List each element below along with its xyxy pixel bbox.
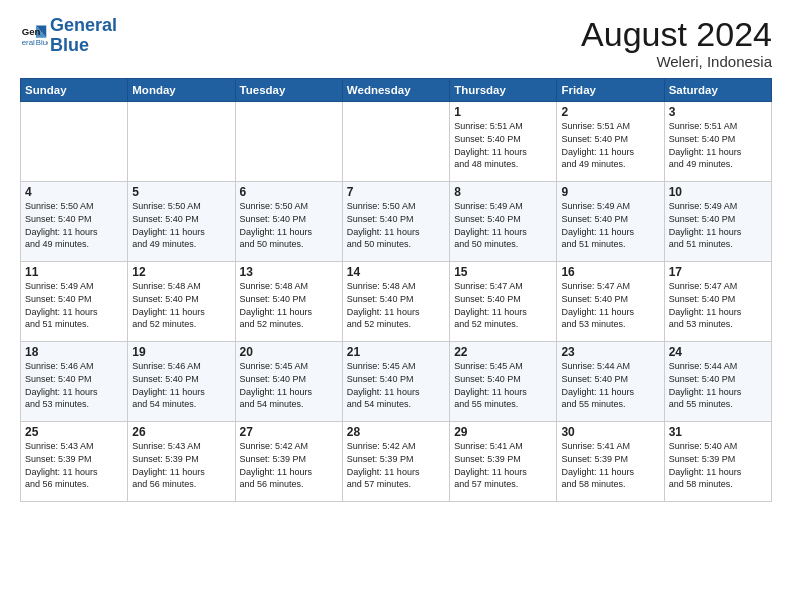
title-block: August 2024 Weleri, Indonesia <box>581 16 772 70</box>
day-cell: 6Sunrise: 5:50 AM Sunset: 5:40 PM Daylig… <box>235 182 342 262</box>
day-info: Sunrise: 5:42 AM Sunset: 5:39 PM Dayligh… <box>347 440 445 490</box>
subtitle: Weleri, Indonesia <box>581 53 772 70</box>
day-number: 22 <box>454 345 552 359</box>
main-title: August 2024 <box>581 16 772 53</box>
week-row-3: 18Sunrise: 5:46 AM Sunset: 5:40 PM Dayli… <box>21 342 772 422</box>
day-info: Sunrise: 5:41 AM Sunset: 5:39 PM Dayligh… <box>454 440 552 490</box>
day-number: 31 <box>669 425 767 439</box>
week-row-0: 1Sunrise: 5:51 AM Sunset: 5:40 PM Daylig… <box>21 102 772 182</box>
col-wednesday: Wednesday <box>342 79 449 102</box>
day-info: Sunrise: 5:49 AM Sunset: 5:40 PM Dayligh… <box>454 200 552 250</box>
week-row-4: 25Sunrise: 5:43 AM Sunset: 5:39 PM Dayli… <box>21 422 772 502</box>
day-number: 29 <box>454 425 552 439</box>
day-info: Sunrise: 5:43 AM Sunset: 5:39 PM Dayligh… <box>132 440 230 490</box>
day-info: Sunrise: 5:49 AM Sunset: 5:40 PM Dayligh… <box>561 200 659 250</box>
day-number: 30 <box>561 425 659 439</box>
day-cell <box>235 102 342 182</box>
day-info: Sunrise: 5:48 AM Sunset: 5:40 PM Dayligh… <box>347 280 445 330</box>
day-number: 23 <box>561 345 659 359</box>
day-cell: 23Sunrise: 5:44 AM Sunset: 5:40 PM Dayli… <box>557 342 664 422</box>
svg-text:Gen: Gen <box>22 26 41 37</box>
day-cell: 2Sunrise: 5:51 AM Sunset: 5:40 PM Daylig… <box>557 102 664 182</box>
day-cell: 27Sunrise: 5:42 AM Sunset: 5:39 PM Dayli… <box>235 422 342 502</box>
day-info: Sunrise: 5:41 AM Sunset: 5:39 PM Dayligh… <box>561 440 659 490</box>
svg-text:eral: eral <box>22 38 35 47</box>
day-info: Sunrise: 5:40 AM Sunset: 5:39 PM Dayligh… <box>669 440 767 490</box>
day-cell <box>21 102 128 182</box>
day-info: Sunrise: 5:46 AM Sunset: 5:40 PM Dayligh… <box>132 360 230 410</box>
day-cell: 16Sunrise: 5:47 AM Sunset: 5:40 PM Dayli… <box>557 262 664 342</box>
day-cell: 13Sunrise: 5:48 AM Sunset: 5:40 PM Dayli… <box>235 262 342 342</box>
day-cell: 3Sunrise: 5:51 AM Sunset: 5:40 PM Daylig… <box>664 102 771 182</box>
day-number: 4 <box>25 185 123 199</box>
day-info: Sunrise: 5:50 AM Sunset: 5:40 PM Dayligh… <box>25 200 123 250</box>
day-number: 1 <box>454 105 552 119</box>
col-friday: Friday <box>557 79 664 102</box>
day-cell: 7Sunrise: 5:50 AM Sunset: 5:40 PM Daylig… <box>342 182 449 262</box>
day-cell <box>342 102 449 182</box>
col-monday: Monday <box>128 79 235 102</box>
day-cell: 1Sunrise: 5:51 AM Sunset: 5:40 PM Daylig… <box>450 102 557 182</box>
week-row-2: 11Sunrise: 5:49 AM Sunset: 5:40 PM Dayli… <box>21 262 772 342</box>
day-cell: 31Sunrise: 5:40 AM Sunset: 5:39 PM Dayli… <box>664 422 771 502</box>
day-cell: 9Sunrise: 5:49 AM Sunset: 5:40 PM Daylig… <box>557 182 664 262</box>
day-number: 5 <box>132 185 230 199</box>
day-cell: 20Sunrise: 5:45 AM Sunset: 5:40 PM Dayli… <box>235 342 342 422</box>
day-cell: 4Sunrise: 5:50 AM Sunset: 5:40 PM Daylig… <box>21 182 128 262</box>
day-info: Sunrise: 5:48 AM Sunset: 5:40 PM Dayligh… <box>132 280 230 330</box>
col-sunday: Sunday <box>21 79 128 102</box>
day-cell: 12Sunrise: 5:48 AM Sunset: 5:40 PM Dayli… <box>128 262 235 342</box>
day-info: Sunrise: 5:44 AM Sunset: 5:40 PM Dayligh… <box>561 360 659 410</box>
day-info: Sunrise: 5:45 AM Sunset: 5:40 PM Dayligh… <box>454 360 552 410</box>
calendar-table: Sunday Monday Tuesday Wednesday Thursday… <box>20 78 772 502</box>
day-info: Sunrise: 5:50 AM Sunset: 5:40 PM Dayligh… <box>132 200 230 250</box>
day-cell: 11Sunrise: 5:49 AM Sunset: 5:40 PM Dayli… <box>21 262 128 342</box>
week-row-1: 4Sunrise: 5:50 AM Sunset: 5:40 PM Daylig… <box>21 182 772 262</box>
day-number: 14 <box>347 265 445 279</box>
day-number: 8 <box>454 185 552 199</box>
day-number: 9 <box>561 185 659 199</box>
logo-text: General Blue <box>50 16 117 56</box>
day-cell: 19Sunrise: 5:46 AM Sunset: 5:40 PM Dayli… <box>128 342 235 422</box>
day-number: 28 <box>347 425 445 439</box>
day-info: Sunrise: 5:49 AM Sunset: 5:40 PM Dayligh… <box>669 200 767 250</box>
day-info: Sunrise: 5:51 AM Sunset: 5:40 PM Dayligh… <box>454 120 552 170</box>
page-header: Gen eral Blue General Blue August 2024 W… <box>20 16 772 70</box>
day-cell: 24Sunrise: 5:44 AM Sunset: 5:40 PM Dayli… <box>664 342 771 422</box>
day-cell: 10Sunrise: 5:49 AM Sunset: 5:40 PM Dayli… <box>664 182 771 262</box>
day-cell: 28Sunrise: 5:42 AM Sunset: 5:39 PM Dayli… <box>342 422 449 502</box>
day-info: Sunrise: 5:47 AM Sunset: 5:40 PM Dayligh… <box>454 280 552 330</box>
col-saturday: Saturday <box>664 79 771 102</box>
day-number: 20 <box>240 345 338 359</box>
day-number: 6 <box>240 185 338 199</box>
day-info: Sunrise: 5:46 AM Sunset: 5:40 PM Dayligh… <box>25 360 123 410</box>
day-cell: 8Sunrise: 5:49 AM Sunset: 5:40 PM Daylig… <box>450 182 557 262</box>
col-thursday: Thursday <box>450 79 557 102</box>
day-info: Sunrise: 5:51 AM Sunset: 5:40 PM Dayligh… <box>669 120 767 170</box>
day-info: Sunrise: 5:45 AM Sunset: 5:40 PM Dayligh… <box>240 360 338 410</box>
logo-icon: Gen eral Blue <box>20 22 48 50</box>
day-cell: 14Sunrise: 5:48 AM Sunset: 5:40 PM Dayli… <box>342 262 449 342</box>
day-number: 16 <box>561 265 659 279</box>
day-number: 7 <box>347 185 445 199</box>
day-number: 17 <box>669 265 767 279</box>
day-number: 21 <box>347 345 445 359</box>
day-cell: 22Sunrise: 5:45 AM Sunset: 5:40 PM Dayli… <box>450 342 557 422</box>
day-number: 3 <box>669 105 767 119</box>
day-number: 2 <box>561 105 659 119</box>
day-number: 25 <box>25 425 123 439</box>
day-number: 24 <box>669 345 767 359</box>
day-number: 15 <box>454 265 552 279</box>
day-number: 18 <box>25 345 123 359</box>
day-info: Sunrise: 5:49 AM Sunset: 5:40 PM Dayligh… <box>25 280 123 330</box>
day-info: Sunrise: 5:44 AM Sunset: 5:40 PM Dayligh… <box>669 360 767 410</box>
day-cell: 29Sunrise: 5:41 AM Sunset: 5:39 PM Dayli… <box>450 422 557 502</box>
day-cell: 17Sunrise: 5:47 AM Sunset: 5:40 PM Dayli… <box>664 262 771 342</box>
day-cell: 26Sunrise: 5:43 AM Sunset: 5:39 PM Dayli… <box>128 422 235 502</box>
day-number: 13 <box>240 265 338 279</box>
day-info: Sunrise: 5:42 AM Sunset: 5:39 PM Dayligh… <box>240 440 338 490</box>
day-cell <box>128 102 235 182</box>
day-cell: 18Sunrise: 5:46 AM Sunset: 5:40 PM Dayli… <box>21 342 128 422</box>
day-cell: 25Sunrise: 5:43 AM Sunset: 5:39 PM Dayli… <box>21 422 128 502</box>
day-info: Sunrise: 5:50 AM Sunset: 5:40 PM Dayligh… <box>347 200 445 250</box>
